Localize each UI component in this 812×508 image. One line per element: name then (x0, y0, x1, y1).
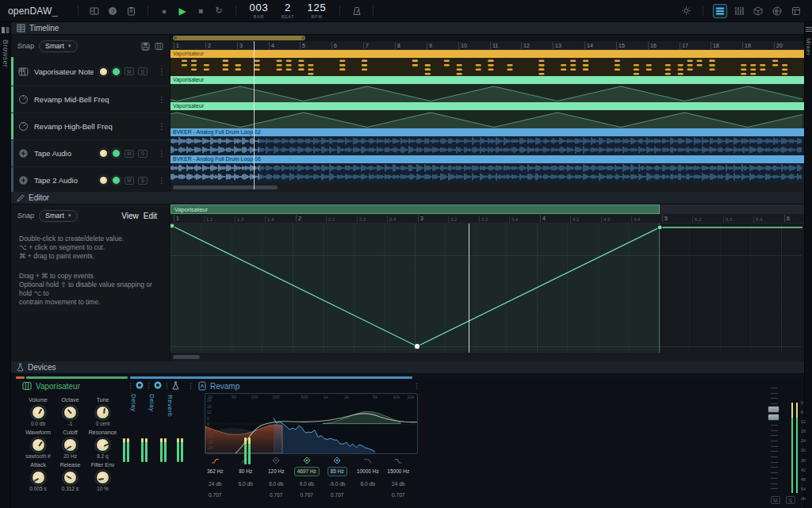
device-menu-icon[interactable]: ⋮ (127, 381, 134, 389)
param-value[interactable]: 0.312 s (62, 486, 79, 492)
track-menu-icon[interactable]: ⋮ (158, 122, 166, 131)
param-value[interactable]: 8.2 q (97, 453, 108, 460)
playhead[interactable] (254, 41, 255, 189)
timeline-h-scrollbar[interactable] (173, 185, 278, 189)
mixer-panel-icon[interactable] (806, 26, 812, 32)
param-knob[interactable] (63, 471, 77, 484)
solo-button[interactable]: S (786, 496, 795, 504)
param-knob[interactable] (96, 406, 109, 419)
enable-button[interactable] (112, 149, 121, 158)
band-freq[interactable]: 85 Hz (327, 467, 347, 476)
clipboard-icon[interactable] (124, 4, 138, 17)
bell-icon-active-green[interactable] (303, 456, 311, 465)
loop-handle-right[interactable] (301, 36, 304, 40)
track-row[interactable]: Revamp Mid-Bell Freq ⋮ (11, 86, 170, 113)
view-browser-icon[interactable] (770, 4, 784, 18)
param-knob[interactable] (32, 406, 45, 419)
loop-handle-left[interactable] (174, 36, 177, 40)
track-row[interactable]: Tape 2 Audio M S ⋮ (11, 167, 170, 194)
automation-clip-body[interactable] (170, 110, 804, 128)
editor-ruler[interactable]: 1 1.2 1.3 1.4 2 2.2 2.3 2.4 3 3.2 3.3 3.… (170, 214, 804, 223)
snap-dropdown[interactable]: Smart▾ (39, 40, 78, 52)
mute-button[interactable]: M (124, 150, 134, 158)
solo-button[interactable]: S (138, 67, 147, 75)
view-mixer-icon[interactable] (732, 4, 746, 18)
device-menu-icon[interactable]: ⋮ (163, 382, 170, 390)
chain-color-audio[interactable] (130, 376, 412, 379)
param-knob[interactable] (96, 438, 109, 452)
view-timeline-icon[interactable] (713, 4, 727, 18)
track-row[interactable]: Vaporisateur Notes M S ⋮ (11, 57, 170, 86)
low-pass-icon[interactable] (363, 456, 372, 465)
mute-button[interactable]: M (124, 67, 134, 75)
theme-icon[interactable] (679, 4, 693, 18)
param-value[interactable]: 0.005 s (29, 486, 46, 492)
panels-icon[interactable] (2, 26, 10, 34)
midi-clip-header[interactable]: Vaporisateur (170, 50, 804, 58)
band-gain[interactable]: 6.0 db (239, 481, 253, 487)
enable-button[interactable] (112, 67, 121, 76)
volume-fader[interactable] (768, 406, 779, 422)
chain-color-instrument[interactable] (26, 376, 128, 379)
volume-knob[interactable] (99, 149, 108, 158)
band-gain[interactable]: 6.0 db (269, 481, 283, 487)
position-beat[interactable]: 2 BEAT (282, 3, 295, 19)
solo-button[interactable]: S (138, 150, 147, 158)
automation-point[interactable] (170, 223, 174, 228)
device-delay-collapsed[interactable]: ⋮ Delay (145, 381, 161, 411)
device-reverb-collapsed[interactable]: ⋮ Reverb (163, 381, 179, 417)
mute-button[interactable]: M (771, 496, 780, 504)
position-bar[interactable]: 003 BAR (250, 3, 269, 19)
track-row[interactable]: Tape Audio M S ⋮ (11, 140, 170, 167)
bell-icon[interactable] (272, 456, 280, 465)
device-menu-icon[interactable]: ⋮ (145, 381, 152, 389)
volume-knob[interactable] (99, 67, 108, 76)
band-q[interactable]: 0.707 (331, 492, 343, 498)
editor-playhead[interactable] (469, 223, 469, 353)
enable-button[interactable] (112, 176, 121, 185)
param-value[interactable]: 0.0 db (31, 421, 45, 427)
param-knob[interactable] (63, 406, 77, 419)
device-header[interactable]: Vaporisateur (22, 381, 119, 391)
band-q[interactable]: 0.707 (392, 492, 404, 498)
editor-h-scrollbar[interactable] (173, 355, 200, 359)
audio-clip-header[interactable]: BVKER - Analog Full Drum Loop 06 (170, 155, 804, 163)
save-icon[interactable] (141, 42, 150, 51)
mixer-tab[interactable]: Mixer (805, 38, 812, 56)
param-value[interactable]: 0 cent (96, 421, 110, 427)
automation-point[interactable] (657, 225, 662, 230)
param-value[interactable]: 10 % (97, 486, 109, 492)
automation-point-selected[interactable] (414, 343, 420, 349)
stop-button[interactable]: ■ (194, 4, 208, 17)
audio-clip-header[interactable]: BVKER - Analog Full Drum Loop 02 (170, 128, 804, 136)
midi-clip-body[interactable] (170, 58, 804, 76)
device-menu-icon[interactable]: ⋮ (413, 382, 420, 390)
automation-curve-area[interactable] (170, 223, 804, 353)
band-freq[interactable]: 80 Hz (236, 467, 255, 476)
automation-clip-header[interactable]: Vaporisateur (170, 76, 804, 84)
device-menu-icon[interactable]: ⋮ (187, 382, 194, 390)
mute-button[interactable]: M (124, 177, 134, 185)
band-freq[interactable]: 4697 Hz (294, 467, 320, 476)
volume-knob[interactable] (99, 176, 108, 185)
band-gain[interactable]: 24 db (209, 481, 221, 487)
workspace-icon[interactable] (88, 4, 102, 17)
edit-menu[interactable]: Edit (144, 212, 157, 220)
param-value[interactable]: 20 Hz (63, 453, 77, 460)
view-project-icon[interactable] (789, 4, 803, 18)
band-freq[interactable]: 120 Hz (265, 467, 288, 476)
param-knob[interactable] (32, 471, 45, 484)
automation-clip-header[interactable]: Vaporisateur (170, 102, 804, 110)
track-menu-icon[interactable]: ⋮ (158, 95, 166, 104)
high-shelf-icon[interactable] (394, 456, 403, 465)
param-knob[interactable] (63, 438, 77, 452)
param-value[interactable]: -1 (68, 421, 73, 427)
solo-button[interactable]: S (138, 177, 147, 185)
band-gain[interactable]: 6.0 db (361, 481, 375, 487)
loop-range-bar[interactable] (173, 36, 305, 40)
param-value[interactable]: sawtooth # (25, 453, 50, 460)
band-q[interactable]: 0.707 (209, 492, 221, 498)
overview-strip[interactable] (170, 35, 804, 41)
track-menu-icon[interactable]: ⋮ (158, 149, 166, 158)
snap-dropdown[interactable]: Smart▾ (39, 210, 78, 222)
